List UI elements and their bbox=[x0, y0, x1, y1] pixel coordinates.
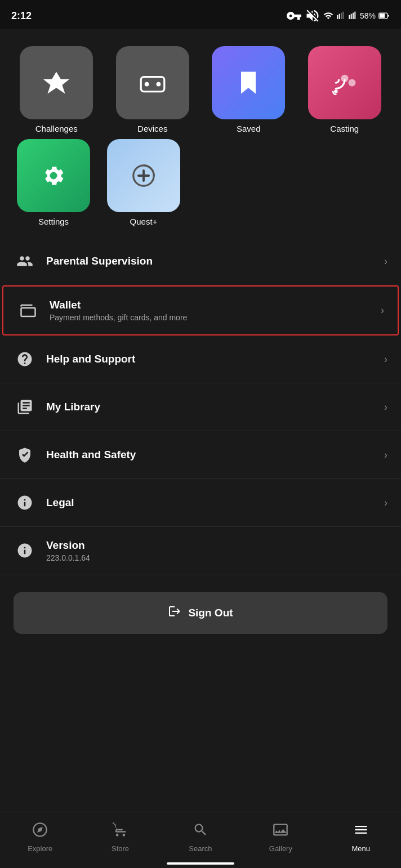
help-support-title: Help and Support bbox=[46, 353, 384, 365]
sign-out-label: Sign Out bbox=[188, 607, 233, 619]
svg-rect-2 bbox=[341, 13, 342, 19]
menu-item-health-safety[interactable]: Health and Safety › bbox=[0, 431, 401, 479]
status-icons: 58% bbox=[286, 8, 390, 24]
svg-rect-6 bbox=[353, 13, 354, 19]
health-safety-chevron: › bbox=[384, 449, 387, 461]
settings-label: Settings bbox=[38, 217, 69, 226]
version-title: Version bbox=[46, 539, 387, 552]
settings-icon bbox=[17, 139, 90, 212]
svg-rect-3 bbox=[342, 12, 344, 19]
legal-title: Legal bbox=[46, 496, 384, 509]
menu-label: Menu bbox=[351, 844, 370, 853]
my-library-chevron: › bbox=[384, 401, 387, 413]
key-icon bbox=[286, 8, 302, 24]
my-library-title: My Library bbox=[46, 401, 384, 413]
health-safety-title: Health and Safety bbox=[46, 449, 384, 461]
svg-point-13 bbox=[156, 82, 161, 87]
status-time: 2:12 bbox=[11, 10, 32, 22]
nav-item-store[interactable]: Store bbox=[92, 822, 149, 853]
app-grid-row1: Challenges Devices Saved Casting bbox=[0, 29, 401, 139]
sign-out-icon bbox=[168, 605, 181, 621]
menu-item-my-library[interactable]: My Library › bbox=[0, 383, 401, 431]
svg-marker-19 bbox=[37, 827, 43, 833]
menu-item-parental-supervision[interactable]: Parental Supervision › bbox=[0, 238, 401, 285]
nav-item-search[interactable]: Search bbox=[172, 822, 229, 853]
app-item-saved[interactable]: Saved bbox=[203, 46, 294, 133]
app-grid-row2: Settings Quest+ bbox=[0, 139, 401, 232]
svg-rect-0 bbox=[337, 15, 338, 19]
legal-chevron: › bbox=[384, 497, 387, 509]
help-support-chevron: › bbox=[384, 354, 387, 365]
my-library-icon bbox=[14, 396, 36, 418]
store-label: Store bbox=[112, 844, 129, 853]
svg-rect-5 bbox=[351, 14, 352, 19]
wallet-subtitle: Payment methods, gift cards, and more bbox=[50, 313, 381, 322]
questplus-label: Quest+ bbox=[130, 217, 158, 226]
app-item-settings[interactable]: Settings bbox=[11, 139, 96, 226]
app-item-devices[interactable]: Devices bbox=[108, 46, 198, 133]
store-icon bbox=[113, 822, 128, 842]
parental-supervision-text: Parental Supervision bbox=[46, 255, 384, 267]
explore-icon bbox=[32, 822, 48, 842]
challenges-icon bbox=[20, 46, 93, 119]
devices-label: Devices bbox=[137, 124, 167, 133]
svg-point-16 bbox=[348, 79, 355, 87]
parental-supervision-chevron: › bbox=[384, 256, 387, 267]
svg-point-12 bbox=[144, 82, 149, 87]
health-safety-text: Health and Safety bbox=[46, 449, 384, 461]
app-item-casting[interactable]: Casting bbox=[300, 46, 390, 133]
parental-supervision-title: Parental Supervision bbox=[46, 255, 384, 267]
legal-icon bbox=[14, 491, 36, 514]
questplus-icon bbox=[107, 139, 180, 212]
battery-percentage: 58% bbox=[360, 11, 376, 20]
nav-item-explore[interactable]: Explore bbox=[12, 822, 68, 853]
wallet-title: Wallet bbox=[50, 299, 381, 311]
wallet-chevron: › bbox=[381, 305, 384, 316]
nav-item-gallery[interactable]: Gallery bbox=[252, 822, 309, 853]
wallet-text: Wallet Payment methods, gift cards, and … bbox=[50, 299, 381, 322]
battery-icon bbox=[378, 10, 390, 21]
menu-list: Parental Supervision › Wallet Payment me… bbox=[0, 238, 401, 575]
svg-rect-7 bbox=[354, 12, 355, 19]
app-item-challenges[interactable]: Challenges bbox=[11, 46, 102, 133]
menu-item-help-support[interactable]: Help and Support › bbox=[0, 335, 401, 383]
version-item: Version 223.0.0.1.64 bbox=[0, 527, 401, 575]
status-bar: 2:12 58% bbox=[0, 0, 401, 29]
svg-rect-1 bbox=[339, 14, 340, 19]
saved-label: Saved bbox=[237, 124, 261, 133]
version-text-block: Version 223.0.0.1.64 bbox=[46, 539, 387, 562]
gallery-icon bbox=[273, 822, 288, 842]
svg-rect-9 bbox=[380, 14, 385, 18]
parental-supervision-icon bbox=[14, 250, 36, 272]
menu-item-wallet[interactable]: Wallet Payment methods, gift cards, and … bbox=[2, 285, 399, 335]
help-support-icon bbox=[14, 348, 36, 370]
wifi-icon bbox=[323, 11, 333, 21]
svg-rect-4 bbox=[349, 15, 350, 19]
sign-out-button[interactable]: Sign Out bbox=[14, 592, 387, 634]
bottom-indicator bbox=[167, 862, 234, 865]
legal-text: Legal bbox=[46, 496, 384, 509]
search-icon bbox=[193, 822, 208, 842]
svg-point-14 bbox=[334, 90, 338, 93]
svg-point-15 bbox=[341, 75, 348, 82]
version-icon bbox=[14, 539, 36, 562]
svg-rect-11 bbox=[141, 77, 164, 92]
casting-label: Casting bbox=[330, 124, 359, 133]
mute-icon bbox=[305, 8, 320, 24]
version-number: 223.0.0.1.64 bbox=[46, 553, 387, 562]
nav-item-menu[interactable]: Menu bbox=[333, 822, 389, 853]
explore-label: Explore bbox=[28, 844, 52, 853]
signal2-icon bbox=[348, 11, 357, 20]
search-label: Search bbox=[189, 844, 212, 853]
menu-item-legal[interactable]: Legal › bbox=[0, 479, 401, 527]
gallery-label: Gallery bbox=[269, 844, 292, 853]
challenges-label: Challenges bbox=[35, 124, 78, 133]
my-library-text: My Library bbox=[46, 401, 384, 413]
health-safety-icon bbox=[14, 444, 36, 466]
svg-marker-10 bbox=[43, 72, 70, 94]
saved-icon bbox=[212, 46, 285, 119]
bottom-nav: Explore Store Search Gallery Menu bbox=[0, 812, 401, 868]
casting-icon bbox=[308, 46, 381, 119]
app-item-questplus[interactable]: Quest+ bbox=[101, 139, 186, 226]
wallet-icon bbox=[17, 299, 39, 322]
